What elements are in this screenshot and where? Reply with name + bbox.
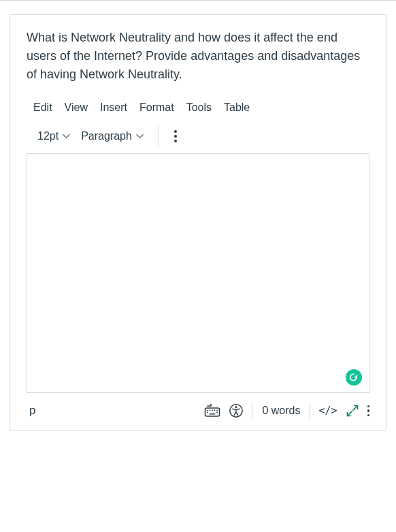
svg-point-10 — [235, 406, 237, 408]
question-prompt: What is Network Neutrality and how does … — [27, 29, 369, 84]
svg-rect-8 — [210, 413, 216, 415]
editor-statusbar: p — [27, 393, 369, 420]
accessibility-icon[interactable] — [229, 403, 244, 418]
menu-insert[interactable]: Insert — [100, 101, 127, 114]
more-options-button[interactable] — [170, 126, 181, 146]
editor-content-area[interactable] — [27, 153, 369, 393]
status-more-button[interactable] — [367, 405, 370, 417]
fontsize-dropdown[interactable]: 12pt — [37, 130, 74, 142]
menu-view[interactable]: View — [65, 101, 88, 114]
keyboard-icon[interactable] — [204, 404, 220, 418]
status-separator — [252, 403, 252, 419]
svg-point-2 — [210, 410, 211, 411]
svg-point-3 — [212, 410, 213, 411]
element-path[interactable]: p — [27, 404, 35, 418]
editor-toolbar: 12pt Paragraph — [27, 126, 369, 146]
editor-menubar: Edit View Insert Format Tools Table — [27, 101, 369, 114]
fontsize-label: 12pt — [37, 130, 59, 142]
menu-format[interactable]: Format — [139, 101, 174, 114]
word-count[interactable]: 0 words — [261, 405, 301, 417]
menu-table[interactable]: Table — [224, 101, 250, 114]
chevron-down-icon — [136, 134, 144, 139]
html-view-button[interactable]: </> — [318, 405, 337, 417]
menu-edit[interactable]: Edit — [33, 101, 52, 114]
toolbar-separator — [159, 126, 159, 146]
svg-point-5 — [216, 410, 218, 411]
menu-tools[interactable]: Tools — [186, 101, 212, 114]
question-container: What is Network Neutrality and how does … — [0, 0, 396, 532]
blocktype-dropdown[interactable]: Paragraph — [81, 130, 148, 142]
grammarly-icon[interactable] — [346, 369, 362, 386]
svg-point-4 — [214, 410, 216, 411]
svg-point-7 — [216, 412, 218, 413]
question-card: What is Network Neutrality and how does … — [10, 14, 386, 431]
svg-point-1 — [207, 410, 208, 411]
fullscreen-icon[interactable] — [346, 404, 359, 418]
svg-point-6 — [207, 412, 208, 413]
status-separator — [310, 403, 310, 419]
chevron-down-icon — [63, 134, 70, 139]
blocktype-label: Paragraph — [81, 130, 132, 142]
